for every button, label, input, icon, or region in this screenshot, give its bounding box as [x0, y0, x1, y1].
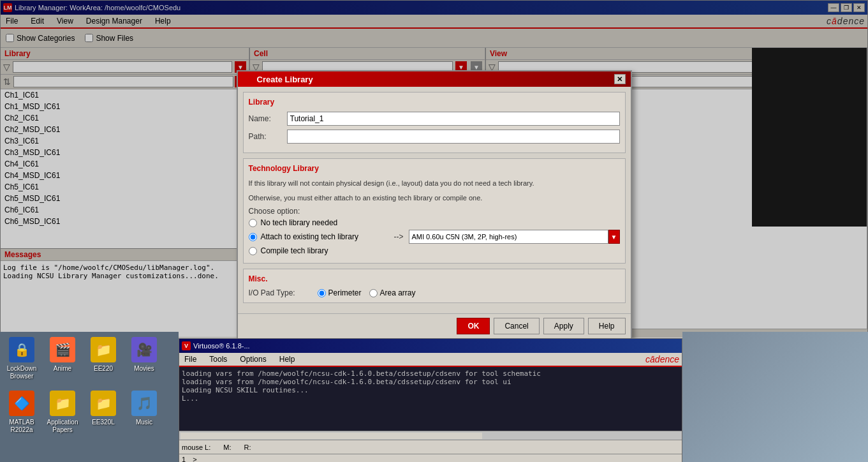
library-path-input[interactable] — [287, 130, 620, 144]
mouse-m-label: M: — [223, 443, 231, 451]
virtuoso-cadence-logo: cādence — [645, 354, 679, 364]
attach-option: Attach to existing tech library — [249, 232, 389, 241]
path-row: Path: — [249, 130, 620, 144]
lockdown-icon: 🔒 — [9, 337, 34, 362]
apppapers-icon: 📁 — [50, 391, 75, 416]
area-array-radio[interactable] — [369, 289, 378, 297]
cancel-button[interactable]: Cancel — [494, 318, 539, 334]
modal-buttons: OK Cancel Apply Help — [238, 313, 631, 338]
compile-option: Compile tech library — [249, 246, 620, 255]
movies-label: Movies — [134, 365, 154, 373]
desktop-icon-movies[interactable]: 🎥 Movies — [125, 334, 163, 385]
modal-x-icon: ✕ — [243, 74, 251, 84]
movies-icon: 🎥 — [131, 337, 157, 362]
prompt: > — [193, 456, 196, 462]
ee320l-label: EE320L — [92, 419, 115, 426]
arrow-label: --> — [394, 232, 404, 241]
modal-close-button[interactable]: ✕ — [614, 74, 626, 84]
anime-icon: 🎬 — [50, 337, 75, 362]
virtuoso-hscrollbar[interactable] — [179, 431, 682, 440]
log-line: loading vars from /home/woolfc/ncsu-cdk-… — [182, 378, 679, 386]
virtuoso-title-bar: V Virtuoso® 6.1.8-... — [179, 339, 682, 353]
name-label: Name: — [249, 114, 287, 123]
modal-overlay: ✕ Create Library ✕ Library Name: Path: — [0, 0, 868, 338]
compile-radio[interactable] — [249, 247, 257, 255]
apply-button[interactable]: Apply — [543, 318, 584, 334]
modal-body: Library Name: Path: Technology Library I… — [238, 87, 631, 313]
ee220-icon: 📁 — [91, 337, 116, 362]
ee220-label: EE220 — [94, 365, 113, 373]
desktop-icon-apppapers[interactable]: 📁 Application Papers — [43, 388, 82, 439]
misc-section: Misc. I/O Pad Type: Perimeter Area array — [243, 269, 626, 303]
virtuoso-window: V Virtuoso® 6.1.8-... File Tools Options… — [179, 338, 682, 462]
io-pad-radio-group: Perimeter Area array — [318, 288, 416, 297]
virtuoso-log-area: loading vars from /home/woolfc/ncsu-cdk-… — [179, 367, 682, 431]
tech-library-section: Technology Library If this library will … — [243, 158, 626, 264]
line-number: 1 — [182, 456, 186, 462]
virtuoso-line-number: 1 > — [179, 454, 682, 462]
desktop-icon-lockdown[interactable]: 🔒 LockDown Browser — [3, 334, 41, 385]
tech-info-2: Otherwise, you must either attach to an … — [249, 193, 620, 204]
desktop-icon-music[interactable]: 🎵 Music — [125, 388, 163, 439]
help-button[interactable]: Help — [588, 318, 626, 334]
tech-info-1: If this library will not contain physica… — [249, 178, 620, 189]
perimeter-radio[interactable] — [318, 289, 326, 297]
misc-section-title: Misc. — [249, 274, 620, 283]
tech-section-title: Technology Library — [249, 164, 620, 173]
virtuoso-title-text: Virtuoso® 6.1.8-... — [193, 342, 250, 350]
area-array-option: Area array — [369, 288, 416, 297]
area-array-label[interactable]: Area array — [380, 288, 416, 297]
mouse-r-label: R: — [244, 443, 251, 451]
library-name-input[interactable] — [287, 112, 620, 126]
desktop-icon-ee220[interactable]: 📁 EE220 — [84, 334, 122, 385]
desktop-icon-anime[interactable]: 🎬 Anime — [43, 334, 82, 385]
compile-label[interactable]: Compile tech library — [261, 246, 328, 255]
no-tech-radio[interactable] — [249, 219, 257, 227]
library-section: Library Name: Path: — [243, 92, 626, 153]
tech-dropdown-button[interactable]: ▼ — [608, 230, 620, 244]
mouse-l-label: mouse L: — [182, 443, 210, 451]
ee320l-icon: 📁 — [91, 391, 116, 416]
attach-label[interactable]: Attach to existing tech library — [261, 232, 358, 241]
attach-tech-row: Attach to existing tech library --> AMI … — [249, 230, 620, 244]
music-icon: 🎵 — [131, 391, 157, 416]
music-label: Music — [136, 419, 152, 426]
desktop-icon-ee320l[interactable]: 📁 EE320L — [84, 388, 122, 439]
virtuoso-menu-options[interactable]: Options — [237, 354, 268, 365]
attach-radio[interactable] — [249, 233, 257, 241]
virtuoso-menu-tools[interactable]: Tools — [207, 354, 230, 365]
scrollbar-thumb[interactable] — [180, 433, 482, 439]
log-line: L... — [182, 394, 679, 403]
io-pad-label: I/O Pad Type: — [249, 288, 313, 297]
virtuoso-icon: V — [182, 341, 191, 350]
perimeter-option: Perimeter — [318, 288, 362, 297]
modal-title-bar: ✕ Create Library ✕ — [238, 71, 631, 87]
modal-title: Create Library — [257, 75, 313, 84]
virtuoso-menu-file[interactable]: File — [182, 354, 199, 365]
desktop: 🔒 LockDown Browser 🎬 Anime 📁 EE220 🎥 Mov… — [0, 332, 179, 462]
name-row: Name: — [249, 112, 620, 126]
io-pad-row: I/O Pad Type: Perimeter Area array — [249, 288, 620, 297]
desktop-icon-matlab[interactable]: 🔷 MATLAB R2022a — [3, 388, 41, 439]
choose-option-label: Choose option: — [249, 207, 620, 216]
no-tech-label[interactable]: No tech library needed — [261, 218, 338, 227]
path-label: Path: — [249, 132, 287, 141]
matlab-label: MATLAB R2022a — [3, 419, 41, 434]
lockdown-label: LockDown Browser — [3, 365, 41, 380]
tech-dropdown-value: AMI 0.60u C5N (3M, 2P, high-res) — [409, 230, 608, 244]
log-line: Loading NCSU SKILL routines... — [182, 386, 679, 394]
matlab-icon: 🔷 — [9, 391, 34, 416]
no-tech-option: No tech library needed — [249, 218, 620, 227]
tech-dropdown-container: AMI 0.60u C5N (3M, 2P, high-res) ▼ — [409, 230, 620, 244]
virtuoso-menu-help[interactable]: Help — [277, 354, 298, 365]
desktop-right — [682, 332, 868, 462]
create-library-modal: ✕ Create Library ✕ Library Name: Path: — [237, 70, 632, 339]
ok-button[interactable]: OK — [457, 318, 490, 334]
virtuoso-menu-bar: File Tools Options Help cādence — [179, 353, 682, 367]
apppapers-label: Application Papers — [43, 419, 82, 434]
library-section-title: Library — [249, 98, 620, 107]
perimeter-label[interactable]: Perimeter — [328, 288, 362, 297]
anime-label: Anime — [54, 365, 71, 373]
log-line: loading vars from /home/woolfc/ncsu-cdk-… — [182, 369, 679, 378]
desktop-background — [682, 332, 868, 462]
